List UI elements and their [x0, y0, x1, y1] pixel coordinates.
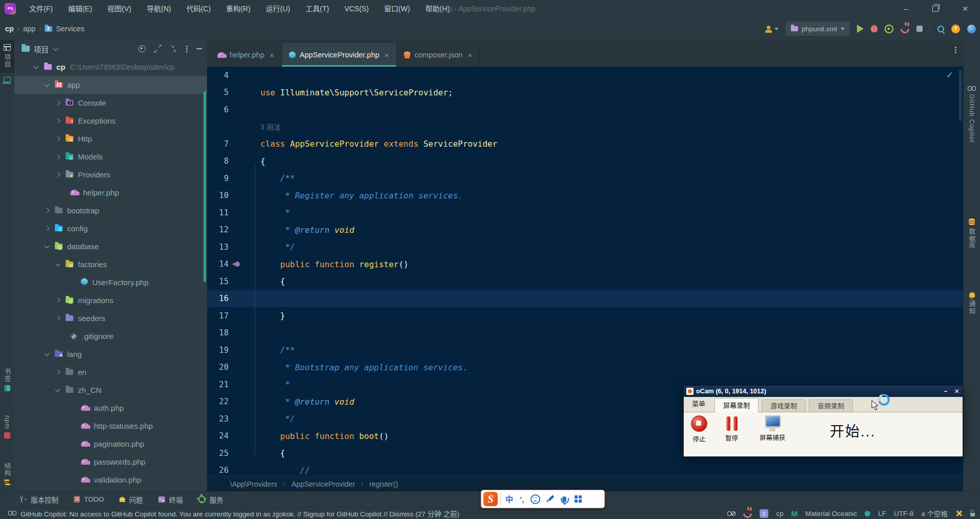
tab-AppServiceProvider.php[interactable]: AppServiceProvider.php×	[282, 43, 397, 67]
tree-chevron-down-icon[interactable]	[32, 66, 39, 68]
tree-item-Exceptions[interactable]: !Exceptions	[14, 112, 207, 130]
toolwindow-button-版本控制[interactable]: 版本控制	[20, 494, 58, 505]
tree-item-helper.php[interactable]: helper.php	[14, 184, 207, 202]
tree-chevron-right-icon[interactable]	[54, 370, 61, 374]
editor-scrollbar[interactable]	[959, 70, 962, 121]
menu-代码(C)[interactable]: 代码(C)	[179, 0, 218, 17]
toolbox-button[interactable]	[575, 495, 582, 503]
tree-item-UserFactory.php[interactable]: UserFactory.php	[14, 273, 207, 291]
ocam-close-button[interactable]: ✕	[954, 386, 959, 397]
panel-options-button[interactable]	[186, 48, 188, 50]
status-widget-Material Oceanic[interactable]: Material Oceanic	[805, 510, 857, 517]
tab-close-icon[interactable]: ×	[270, 51, 274, 59]
tree-chevron-down-icon[interactable]	[54, 389, 61, 391]
tree-item-migrations[interactable]: migrations	[14, 291, 207, 309]
expand-all-button[interactable]	[154, 45, 161, 52]
tree-item-database[interactable]: database	[14, 237, 207, 255]
ocam-title-bar[interactable]: oCam (6, 0, 1914, 1012) – ✕	[684, 386, 963, 397]
menu-工具(T)[interactable]: 工具(T)	[298, 0, 337, 17]
tree-item-zh_CN[interactable]: zh_CN	[14, 381, 207, 399]
copoff-icon[interactable]	[727, 511, 736, 516]
status-widget-UTF-8[interactable]: UTF-8	[894, 510, 913, 517]
run-with-coverage-button[interactable]	[885, 25, 893, 33]
tree-item-Models[interactable]: Models	[14, 148, 207, 166]
usages-inlay-hint[interactable]: 3 用法	[260, 123, 281, 131]
sidebar-item-dev[interactable]	[0, 77, 14, 82]
status-widget-LF[interactable]: LF	[878, 510, 886, 517]
tree-item-validation.php[interactable]: validation.php	[14, 471, 207, 489]
tree-item-en[interactable]: en	[14, 363, 207, 381]
editor-breadcrumb-item[interactable]: \App\Providers	[230, 480, 277, 488]
stop-button[interactable]	[916, 26, 923, 32]
menu-导航(N)[interactable]: 导航(N)	[139, 0, 178, 17]
sidebar-item-数据库[interactable]: 数据库	[964, 218, 980, 249]
tab-close-icon[interactable]: ×	[384, 51, 389, 59]
tree-chevron-down-icon[interactable]	[43, 84, 50, 86]
locate-file-button[interactable]	[138, 45, 146, 52]
tab-close-icon[interactable]: ×	[467, 51, 472, 59]
tree-item-factories[interactable]: factories	[14, 255, 207, 273]
tree-chevron-down-icon[interactable]	[54, 264, 61, 266]
tree-item-.gitignore[interactable]: .gitignore	[14, 327, 207, 345]
hide-panel-button[interactable]	[196, 48, 202, 49]
sidebar-item-通知[interactable]: 通知	[964, 292, 980, 314]
punctuation-button[interactable]: ’,	[520, 495, 524, 503]
user-menu[interactable]	[765, 26, 779, 32]
voice-input-button[interactable]	[562, 496, 566, 502]
run-configuration-select[interactable]: phpunit.xml	[786, 22, 850, 36]
tree-chevron-right-icon[interactable]	[54, 173, 61, 176]
status-widget-4 个空格[interactable]: 4 个空格	[921, 508, 948, 518]
close-button[interactable]: ✕	[950, 0, 980, 17]
menu-运行(U)[interactable]: 运行(U)	[258, 0, 298, 17]
menu-VCS(S)[interactable]: VCS(S)	[337, 0, 376, 17]
tree-item-cp[interactable]: cpC:\Users\76563\Desktop\sites\cp	[14, 58, 207, 76]
emoji-button[interactable]	[530, 494, 540, 504]
menu-重构(R)[interactable]: 重构(R)	[218, 0, 258, 17]
tree-item-Console[interactable]: ›Console	[14, 94, 207, 112]
inspections-ok-icon[interactable]: ✓	[946, 70, 953, 81]
ocam-停止-button[interactable]: 停止	[691, 415, 707, 444]
chinese-mode-button[interactable]: 中	[505, 495, 513, 503]
menu-编辑(E)[interactable]: 编辑(E)	[60, 0, 100, 17]
tree-chevron-right-icon[interactable]	[43, 227, 50, 230]
tree-item-seeders[interactable]: seeders	[14, 309, 207, 327]
ocam-tab-游戏录制[interactable]: 游戏录制	[762, 400, 806, 412]
copilot-status-icon[interactable]	[8, 511, 16, 515]
chevron-down-icon[interactable]	[53, 45, 58, 51]
laravel-gutter-icon[interactable]	[235, 262, 240, 267]
menu-文件(F)[interactable]: 文件(F)	[22, 0, 60, 17]
sidebar-item-结构[interactable]: 结构	[0, 463, 14, 485]
tree-item-auth.php[interactable]: auth.php	[14, 399, 207, 417]
menu-视图(V)[interactable]: 视图(V)	[100, 0, 139, 17]
ocam-暂停-button[interactable]: 暂停	[725, 415, 738, 443]
status-message[interactable]: GitHub Copilot: No access to GitHub Copi…	[21, 508, 459, 518]
phone-icon[interactable]	[742, 507, 754, 519]
tools-icon[interactable]	[955, 510, 963, 517]
lock-icon[interactable]	[970, 513, 975, 516]
minimize-button[interactable]: –	[891, 0, 921, 17]
tab-helper.php[interactable]: helper.php×	[210, 43, 282, 67]
debug-button[interactable]	[871, 25, 877, 32]
toolwindow-button-终端[interactable]: 终端	[158, 494, 183, 505]
sidebar-item-project[interactable]: 项目	[0, 40, 14, 73]
plugin-icon[interactable]	[967, 25, 976, 33]
tree-item-app[interactable]: app	[14, 76, 207, 94]
tree-chevron-down-icon[interactable]	[43, 246, 50, 248]
tree-chevron-right-icon[interactable]	[54, 155, 61, 158]
toolwindow-button-问题[interactable]: 问题	[119, 494, 143, 505]
breadcrumb-root[interactable]: cp	[5, 25, 14, 33]
ocam-menu-button[interactable]: 菜单	[692, 398, 705, 408]
tree-chevron-right-icon[interactable]	[54, 101, 61, 105]
ocam-minimize-button[interactable]: –	[944, 386, 947, 397]
ocam-tab-屏幕录制[interactable]: 屏幕录制	[714, 398, 759, 412]
tree-item-http-statuses.php[interactable]: http-statuses.php	[14, 417, 207, 435]
breadcrumb-item-app[interactable]: app	[23, 25, 35, 33]
editor-breadcrumb-item[interactable]: AppServiceProvider	[292, 480, 355, 488]
toolwindow-button-TODO[interactable]: TODO	[74, 495, 104, 503]
tree-item-pagination.php[interactable]: pagination.php	[14, 435, 207, 453]
editor-breadcrumb-item[interactable]: register()	[370, 480, 398, 488]
sidebar-item-书签[interactable]: 书签	[0, 368, 14, 391]
restore-button[interactable]	[921, 0, 950, 17]
tree-item-passwords.php[interactable]: passwords.php	[14, 453, 207, 471]
tab-options-button[interactable]	[955, 49, 956, 51]
